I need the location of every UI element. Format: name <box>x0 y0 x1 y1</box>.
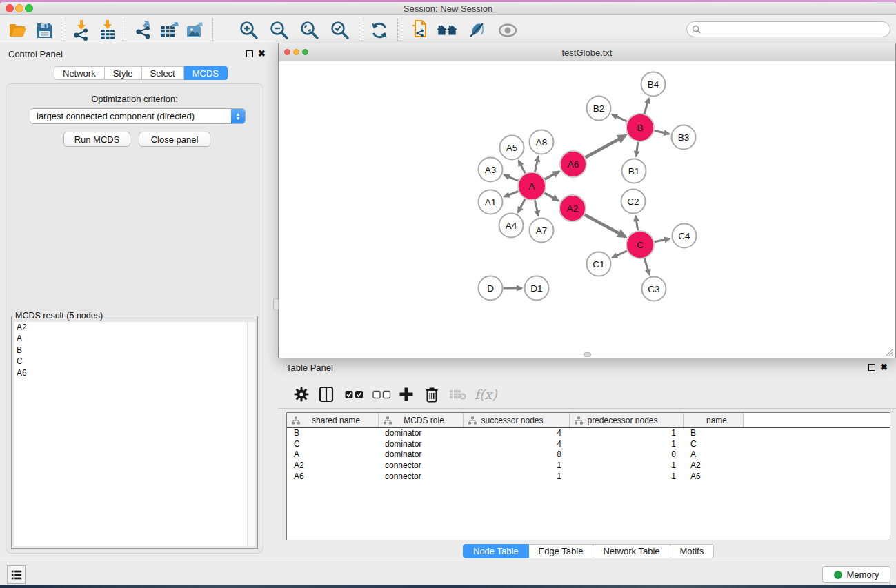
edge-A-A2 <box>544 193 558 201</box>
memory-button[interactable]: Memory <box>822 566 890 583</box>
zoom-selected-icon[interactable] <box>329 19 351 41</box>
deselect-all-columns-icon[interactable] <box>372 385 391 404</box>
table-header-row: shared nameMCDS rolesuccessor nodesprede… <box>287 413 890 428</box>
table-row[interactable]: Adominator80A <box>287 449 890 460</box>
edge-C-C2 <box>635 216 637 230</box>
search-input[interactable] <box>704 23 890 36</box>
table-row[interactable]: A6connector11A6 <box>287 472 890 483</box>
graph-node-A5[interactable]: A5 <box>500 136 524 160</box>
graph-node-B[interactable]: B <box>626 114 654 141</box>
select-all-columns-icon[interactable] <box>345 385 364 404</box>
home-icon[interactable] <box>436 19 458 41</box>
control-panel-float-button[interactable] <box>246 50 253 57</box>
tab-select[interactable]: Select <box>142 66 184 80</box>
optimization-criterion-label: Optimization criterion: <box>6 94 263 104</box>
table-panel-float-button[interactable] <box>868 364 875 371</box>
export-network-icon[interactable] <box>132 19 155 41</box>
mcds-result-item[interactable]: A <box>14 334 247 345</box>
tab-style[interactable]: Style <box>105 66 142 80</box>
column-header-shared-name[interactable]: shared name <box>287 413 379 427</box>
column-header-predecessor-nodes[interactable]: predecessor nodes <box>570 413 684 427</box>
graph-node-A4[interactable]: A4 <box>499 214 524 238</box>
edge-A-A1 <box>504 192 518 197</box>
zoom-fit-icon[interactable] <box>299 19 321 41</box>
graph-node-A[interactable]: A <box>518 172 546 200</box>
refresh-layout-icon[interactable] <box>368 19 390 41</box>
tab-network[interactable]: Network <box>54 66 105 80</box>
zoom-out-icon[interactable] <box>268 19 290 41</box>
delete-table-icon[interactable] <box>449 385 467 404</box>
graph-node-D1[interactable]: D1 <box>525 276 549 301</box>
tab-mcds[interactable]: MCDS <box>184 66 228 80</box>
graph-node-C1[interactable]: C1 <box>587 252 611 276</box>
edge-A-A8 <box>535 156 538 172</box>
network-canvas[interactable]: ABCA2A6A1A3A4A5A7A8B1B2B3B4C1C2C3C4DD1 <box>279 61 895 358</box>
graph-node-C2[interactable]: C2 <box>621 190 646 214</box>
graph-node-C[interactable]: C <box>626 231 654 258</box>
import-network-icon[interactable] <box>70 19 92 41</box>
graph-node-D[interactable]: D <box>479 276 503 301</box>
tab-node-table[interactable]: Node Table <box>463 544 529 558</box>
import-table-icon[interactable] <box>97 19 119 41</box>
mcds-result-item[interactable]: A6 <box>14 367 247 379</box>
mcds-result-scrollbar[interactable] <box>247 322 255 546</box>
mcds-result-item[interactable]: A2 <box>14 322 247 334</box>
mcds-result-group: MCDS result (5 nodes) A2ABCA6 <box>11 311 258 549</box>
open-session-icon[interactable] <box>7 19 29 41</box>
run-mcds-button[interactable]: Run MCDS <box>63 132 130 147</box>
mcds-result-item[interactable]: C <box>14 356 247 368</box>
memory-label: Memory <box>847 569 879 580</box>
graph-node-B3[interactable]: B3 <box>672 125 696 150</box>
graph-node-A8[interactable]: A8 <box>530 130 554 154</box>
svg-text:C4: C4 <box>678 231 690 241</box>
zoom-in-icon[interactable] <box>238 19 260 41</box>
optimization-criterion-select[interactable]: largest connected component (directed) ▲… <box>30 108 246 124</box>
svg-text:B: B <box>637 123 643 133</box>
graphics-details-icon[interactable] <box>466 19 488 41</box>
graph-node-B1[interactable]: B1 <box>622 159 646 183</box>
table-row[interactable]: A2connector11A2 <box>287 460 890 472</box>
header-filler <box>743 413 890 427</box>
column-header-name[interactable]: name <box>684 413 743 427</box>
task-history-button[interactable] <box>7 565 26 584</box>
graph-node-A7[interactable]: A7 <box>530 219 554 243</box>
add-column-icon[interactable] <box>399 385 414 404</box>
function-builder-icon[interactable]: f(x) <box>475 385 497 404</box>
control-panel-close-icon[interactable]: ✖ <box>258 48 266 59</box>
search-box <box>686 21 890 37</box>
graph-node-B4[interactable]: B4 <box>641 72 666 97</box>
network-vertical-scrollbar[interactable] <box>273 298 279 310</box>
graph-node-A2[interactable]: A2 <box>559 195 586 221</box>
tab-motifs[interactable]: Motifs <box>670 544 715 558</box>
column-visibility-icon[interactable] <box>318 385 335 404</box>
edge-A-A3 <box>504 175 519 181</box>
show-hide-panels-icon[interactable] <box>497 19 519 41</box>
table-body: Bdominator41BCdominator41CAdominator80AA… <box>287 428 890 482</box>
mcds-result-item[interactable]: B <box>14 345 247 356</box>
svg-text:D1: D1 <box>530 283 542 294</box>
export-image-icon[interactable] <box>185 19 207 41</box>
export-table-icon[interactable] <box>159 19 181 41</box>
graph-node-A6[interactable]: A6 <box>560 151 586 177</box>
table-row[interactable]: Bdominator41B <box>287 428 890 439</box>
table-row[interactable]: Cdominator41C <box>287 439 890 450</box>
svg-text:A: A <box>528 181 535 192</box>
graph-node-C3[interactable]: C3 <box>642 277 666 301</box>
network-from-selection-icon[interactable] <box>408 19 430 41</box>
table-options-icon[interactable] <box>293 385 310 404</box>
graph-node-C4[interactable]: C4 <box>673 224 697 248</box>
close-panel-button[interactable]: Close panel <box>139 132 210 147</box>
graph-node-A1[interactable]: A1 <box>479 190 503 214</box>
graph-node-A3[interactable]: A3 <box>479 158 503 182</box>
column-header-successor-nodes[interactable]: successor nodes <box>464 413 570 427</box>
table-panel-title: Table Panel <box>286 363 333 373</box>
resize-grip-icon[interactable] <box>884 347 894 356</box>
table-panel-close-icon[interactable]: ✖ <box>880 362 888 372</box>
column-header-MCDS-role[interactable]: MCDS role <box>379 413 464 427</box>
graph-node-B2[interactable]: B2 <box>587 97 611 121</box>
save-session-icon[interactable] <box>33 19 55 41</box>
delete-column-icon[interactable] <box>424 385 439 404</box>
network-horizontal-scrollbar[interactable] <box>584 352 591 357</box>
tab-edge-table[interactable]: Edge Table <box>529 544 594 558</box>
tab-network-table[interactable]: Network Table <box>593 544 670 558</box>
